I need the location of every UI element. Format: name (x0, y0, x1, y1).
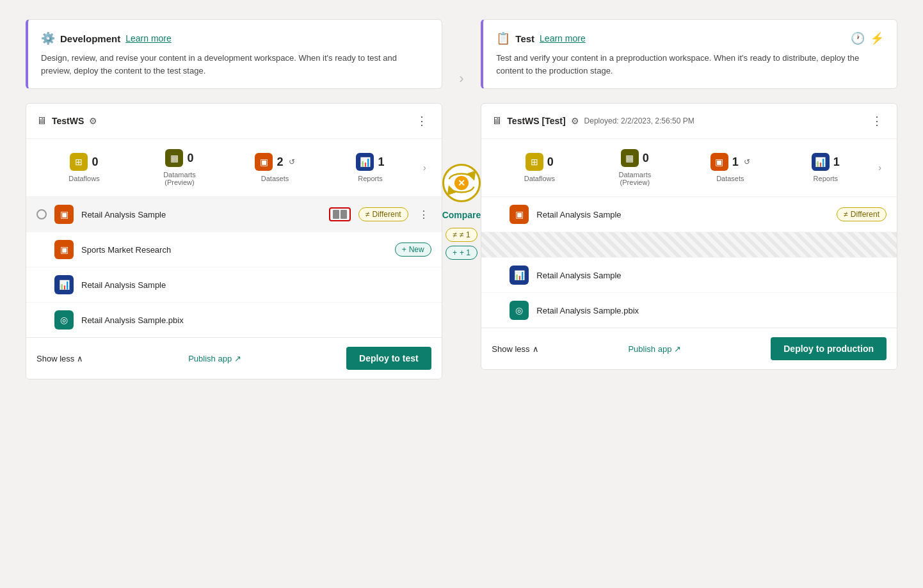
test-dataflows-count: 0 (547, 155, 554, 169)
test-workspace-name: TestWS [Test] (507, 116, 565, 126)
test-publish-app-button[interactable]: Publish app ↗ (628, 344, 681, 354)
dev-item-name-3: Retail Analysis Sample (81, 280, 431, 290)
test-datamarts-label: Datamarts(Preview) (618, 171, 651, 186)
dev-item-badge-different-1: ≠ Different (358, 207, 408, 221)
test-workspace-header: 🖥 TestWS [Test] ⚙ Deployed: 2/2/2023, 2:… (481, 104, 897, 139)
test-refresh-icon[interactable]: ↺ (744, 157, 750, 166)
test-stats-arrow[interactable]: › (873, 163, 887, 173)
dev-item-sports: ▣ Sports Market Research + New (26, 232, 442, 267)
arrow-connector: › (456, 70, 467, 87)
test-workspace-title-row: 🖥 TestWS [Test] ⚙ Deployed: 2/2/2023, 2:… (492, 115, 694, 127)
test-info-card: 📋 Test Learn more 🕐 ⚡ Test and verify yo… (481, 19, 897, 89)
test-datasets-icon: ▣ (710, 153, 728, 171)
dev-card-header: ⚙️ Development Learn more (41, 31, 429, 45)
compare-badge-different: ≠ ≠ 1 (445, 228, 477, 242)
test-stat-reports: 📊 1 Reports (778, 153, 873, 182)
dev-publish-app-label: Publish app (188, 354, 232, 363)
main-layout: ⚙️ Development Learn more Design, review… (26, 19, 897, 379)
compare-icon-inner-1 (333, 210, 339, 219)
dev-item-retail-dataset: ▣ Retail Analysis Sample ≠ Different ⋮ (26, 197, 442, 232)
compare-icon-inner-2 (341, 210, 347, 219)
test-workspace-menu[interactable]: ⋮ (867, 113, 887, 129)
dev-show-less-label: Show less (36, 354, 74, 363)
dev-deploy-test-button[interactable]: Deploy to test (346, 347, 431, 370)
chevron-up-icon: ∧ (77, 354, 83, 363)
test-item-retail-dataset: ▣ Retail Analysis Sample ≠ Different (481, 197, 897, 232)
test-workspace-settings-icon[interactable]: ⚙ (571, 116, 579, 126)
dev-workspace-settings-icon[interactable]: ⚙ (89, 116, 97, 126)
dev-stat-datamarts: ▦ 0 Datamarts(Preview) (132, 149, 227, 186)
dev-stats-arrow[interactable]: › (418, 163, 431, 173)
test-dataflows-label: Dataflows (524, 175, 555, 182)
test-chevron-up-icon: ∧ (533, 344, 539, 354)
plus-sign: + (453, 248, 457, 257)
test-item-dataset-icon-1: ▣ (510, 205, 529, 224)
compare-icon-box[interactable] (329, 207, 351, 221)
test-stats-row: ⊞ 0 Dataflows ▦ 0 Datamarts(Preview) ▣ 1 (481, 139, 897, 197)
dev-stat-dataflows: ⊞ 0 Dataflows (36, 153, 132, 182)
test-reports-label: Reports (814, 175, 839, 182)
dev-stat-reports: 📊 1 Reports (323, 153, 418, 182)
dev-reports-count: 1 (378, 155, 384, 169)
dev-item-retail-report: 📊 Retail Analysis Sample (26, 267, 442, 303)
dev-card-title: Development (60, 33, 120, 44)
test-stat-dataflows: ⊞ 0 Dataflows (492, 153, 587, 182)
test-stat-datasets: ▣ 1 ↺ Datasets (682, 153, 778, 182)
dev-items-list: ▣ Retail Analysis Sample ≠ Different ⋮ ▣ (26, 197, 442, 337)
dev-item-name-1: Retail Analysis Sample (81, 210, 316, 219)
test-item-pbix: ◎ Retail Analysis Sample.pbix (481, 293, 897, 328)
dev-datasets-label: Datasets (261, 175, 289, 182)
different-sign: ≠ (453, 230, 457, 239)
test-lightning-button[interactable]: ⚡ (870, 31, 884, 45)
compare-badge-add-count: + 1 (460, 248, 470, 257)
different-icon: ≠ (365, 210, 370, 219)
test-datamarts-icon: ▦ (621, 149, 639, 167)
test-item-report-icon: 📊 (510, 266, 529, 285)
test-dataflows-icon: ⊞ (526, 153, 543, 171)
dev-item-radio[interactable] (36, 209, 47, 219)
dev-card-desc: Design, review, and revise your content … (41, 52, 429, 77)
dev-stats-row: ⊞ 0 Dataflows ▦ 0 Datamarts(Preview) ▣ 2 (26, 139, 442, 197)
test-datasets-count: 1 (732, 155, 739, 169)
reports-icon: 📊 (356, 153, 374, 171)
test-items-list: ▣ Retail Analysis Sample ≠ Different 📊 R… (481, 197, 897, 328)
test-show-less-button[interactable]: Show less ∧ (492, 344, 538, 354)
dev-item-name-2: Sports Market Research (81, 245, 387, 255)
dev-item-menu-1[interactable]: ⋮ (416, 207, 431, 222)
test-item-name-3: Retail Analysis Sample.pbix (536, 306, 887, 315)
compare-badge-diff-count: ≠ 1 (460, 230, 470, 239)
dev-reports-label: Reports (358, 175, 383, 182)
dev-item-name-4: Retail Analysis Sample.pbix (81, 315, 431, 325)
middle-section: › ✕ Compare (442, 19, 481, 260)
compare-x-icon: ✕ (454, 176, 469, 190)
dev-dataflows-count: 0 (92, 155, 98, 169)
dev-item-report-icon: 📊 (54, 275, 74, 294)
dev-learn-more-link[interactable]: Learn more (125, 33, 172, 44)
datamarts-icon: ▦ (165, 149, 183, 167)
test-workspace-icon: 🖥 (492, 115, 502, 127)
dev-workspace-name: TestWS (52, 116, 84, 126)
compare-section: ✕ Compare ≠ ≠ 1 + + 1 (442, 164, 481, 260)
test-external-link-icon: ↗ (674, 344, 681, 354)
dev-show-less-button[interactable]: Show less ∧ (36, 354, 83, 363)
test-datamarts-count: 0 (643, 152, 649, 165)
test-clock-button[interactable]: 🕐 (851, 31, 865, 45)
test-publish-app-label: Publish app (628, 344, 671, 354)
dev-column: ⚙️ Development Learn more Design, review… (26, 19, 442, 379)
dev-workspace-menu[interactable]: ⋮ (412, 113, 431, 129)
test-learn-more-link[interactable]: Learn more (540, 33, 586, 44)
wrench-icon: ⚙️ (41, 31, 55, 45)
dev-info-card: ⚙️ Development Learn more Design, review… (26, 19, 442, 89)
dev-item-badge-new: + New (395, 242, 431, 257)
external-link-icon: ↗ (234, 354, 241, 363)
test-deployed-label: Deployed: 2/2/2023, 2:56:50 PM (584, 116, 694, 125)
test-deploy-production-button[interactable]: Deploy to production (771, 337, 887, 360)
test-item-badge-different: ≠ Different (837, 207, 887, 221)
refresh-icon[interactable]: ↺ (289, 157, 295, 166)
dev-stat-datasets: ▣ 2 ↺ Datasets (227, 153, 323, 182)
compare-label[interactable]: Compare (442, 210, 481, 220)
test-item-hatched (481, 232, 897, 258)
test-item-retail-report: 📊 Retail Analysis Sample (481, 258, 897, 293)
dev-publish-app-button[interactable]: Publish app ↗ (188, 354, 241, 363)
dev-item-pbix: ◎ Retail Analysis Sample.pbix (26, 303, 442, 337)
